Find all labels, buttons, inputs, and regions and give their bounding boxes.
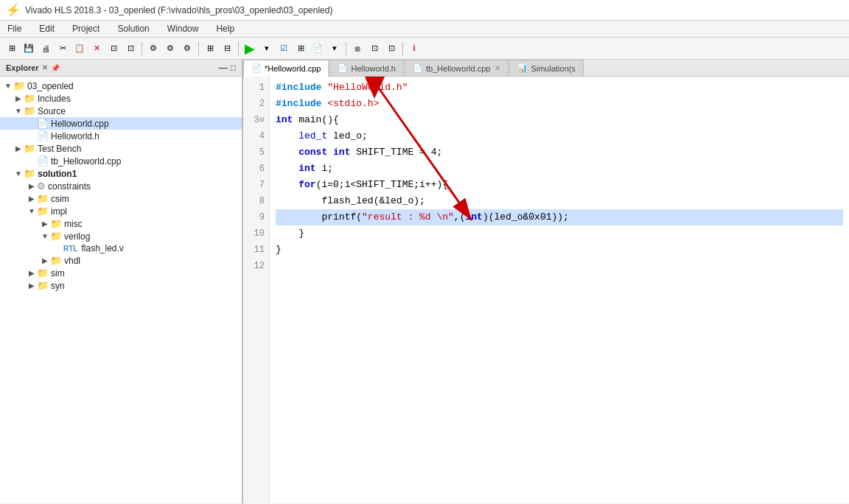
tree-label-flash-led-v: flash_led.v bbox=[81, 243, 123, 253]
code-line-9: printf("result : %d \n",(int)(led_o&0x01… bbox=[276, 209, 843, 225]
toolbar-btn-3[interactable]: 🖨 bbox=[38, 41, 53, 56]
toolbar-btn-doc[interactable]: 📄 bbox=[310, 41, 325, 56]
tab-helloworld-h[interactable]: 📄 Helloworld.h bbox=[329, 60, 404, 76]
tree-arrow-includes: ▶ bbox=[13, 94, 24, 102]
toolbar-btn-check[interactable]: ☑ bbox=[276, 41, 291, 56]
tree-label-impl: impl bbox=[51, 206, 67, 217]
tree-item-constraints[interactable]: ▶ ⚙ constraints bbox=[0, 180, 242, 192]
tree-item-testbench[interactable]: ▶ 📁 Test Bench bbox=[0, 142, 242, 155]
line-num-4: 4 bbox=[243, 128, 265, 144]
code-indent-6 bbox=[276, 161, 298, 177]
folder-icon-source: 📁 bbox=[24, 105, 35, 116]
code-led-o: led_o; bbox=[327, 128, 368, 144]
toolbar-btn-gear[interactable]: ⚙ bbox=[146, 41, 161, 56]
tree-item-flash-led-v[interactable]: RTL flash_led.v bbox=[0, 242, 242, 254]
code-indent-4 bbox=[276, 128, 298, 144]
tree-item-csim[interactable]: ▶ 📁 csim bbox=[0, 192, 242, 205]
menu-edit[interactable]: Edit bbox=[35, 22, 59, 35]
code-content[interactable]: #include "HelloWorld.h" #include <stdio.… bbox=[270, 77, 849, 503]
tree-item-solution1[interactable]: ▼ 📁 solution1 bbox=[0, 167, 242, 180]
run-dropdown[interactable]: ▾ bbox=[259, 41, 274, 56]
tab-close-tb-cpp[interactable]: ✕ bbox=[495, 64, 500, 72]
tree-item-helloworld-h[interactable]: 📄 Helloworld.h bbox=[0, 130, 242, 142]
menu-solution[interactable]: Solution bbox=[113, 22, 153, 35]
tree-item-sim[interactable]: ▶ 📁 sim bbox=[0, 267, 242, 279]
code-kw-ledt: led_t bbox=[298, 128, 327, 144]
tab-tb-cpp[interactable]: 📄 tb_Helloworld.cpp ✕ bbox=[405, 60, 509, 76]
tree-arrow-misc: ▶ bbox=[40, 220, 50, 228]
toolbar-btn-cut[interactable]: ✂ bbox=[55, 41, 70, 56]
code-for-body: (i=0;i<SHIFT_TIME;i++){ bbox=[316, 177, 448, 193]
toolbar-btn-12[interactable]: ⊡ bbox=[367, 41, 382, 56]
rtl-icon-flash-led-v: RTL bbox=[63, 245, 77, 253]
tree-item-tb-cpp[interactable]: 📄 tb_Helloworld.cpp bbox=[0, 155, 242, 167]
app-logo: ⚡ bbox=[6, 3, 21, 17]
toolbar-btn-10[interactable]: ⊞ bbox=[203, 41, 217, 56]
tree-item-impl[interactable]: ▼ 📁 impl bbox=[0, 205, 242, 217]
tree-label-testbench: Test Bench bbox=[38, 144, 81, 154]
code-close-main: } bbox=[276, 242, 282, 258]
editor-area: 📄 *Helloworld.cpp 📄 Helloworld.h 📄 tb_He… bbox=[243, 60, 849, 503]
tab-simulation[interactable]: 📊 Simulation(s bbox=[509, 60, 584, 76]
code-printf-args: ,( bbox=[454, 209, 466, 225]
app-title: Vivado HLS 2018.3 - 03_openled (F:\vivad… bbox=[25, 5, 332, 15]
line-num-5: 5 bbox=[243, 144, 265, 161]
menu-bar: File Edit Project Solution Window Help bbox=[0, 21, 849, 38]
explorer-pin-icon[interactable]: 📌 bbox=[51, 64, 60, 72]
toolbar-btn-11[interactable]: ⊟ bbox=[220, 41, 234, 56]
folder-icon-testbench: 📁 bbox=[24, 143, 35, 154]
line-num-3: 3⊖ bbox=[243, 112, 265, 128]
toolbar-btn-6[interactable]: ⊡ bbox=[106, 41, 121, 56]
tree-item-syn[interactable]: ▶ 📁 syn bbox=[0, 279, 242, 292]
toolbar-btn-8[interactable]: ⚙ bbox=[163, 41, 178, 56]
toolbar-btn-1[interactable]: ⊞ bbox=[4, 41, 19, 56]
menu-help[interactable]: Help bbox=[212, 22, 239, 35]
toolbar-btn-13[interactable]: ⊡ bbox=[384, 41, 399, 56]
menu-window[interactable]: Window bbox=[163, 22, 203, 35]
tab-icon-tb-cpp: 📄 bbox=[413, 63, 423, 73]
tree-arrow-solution1: ▼ bbox=[13, 169, 24, 178]
tree-item-helloworld-cpp[interactable]: 📄 Helloworld.cpp bbox=[0, 117, 242, 130]
toolbar-btn-7[interactable]: ⊡ bbox=[123, 41, 138, 56]
folder-icon-impl: 📁 bbox=[37, 206, 49, 217]
tree-item-vhdl[interactable]: ▶ 📁 vhdl bbox=[0, 254, 242, 267]
explorer-header: Explorer ✕ 📌 — □ bbox=[0, 60, 242, 77]
explorer-minimize-icon[interactable]: — bbox=[219, 63, 228, 73]
stop-button[interactable]: ■ bbox=[350, 41, 365, 56]
folder-icon-sim: 📁 bbox=[37, 267, 49, 279]
code-i: i; bbox=[316, 161, 333, 177]
toolbar-btn-copy[interactable]: 📋 bbox=[72, 41, 87, 56]
code-empty-12 bbox=[276, 258, 282, 274]
line-num-12: 12 bbox=[243, 258, 265, 274]
line-num-9: 9 bbox=[243, 209, 265, 225]
tree-item-verilog[interactable]: ▼ 📁 verilog bbox=[0, 230, 242, 242]
tree-item-misc[interactable]: ▶ 📁 misc bbox=[0, 217, 242, 230]
code-indent-5 bbox=[276, 144, 298, 161]
toolbar-btn-9[interactable]: ⚙ bbox=[180, 41, 195, 56]
menu-file[interactable]: File bbox=[3, 22, 26, 35]
folder-icon-includes: 📁 bbox=[24, 93, 35, 104]
toolbar-sep-2 bbox=[198, 42, 199, 55]
menu-project[interactable]: Project bbox=[68, 22, 104, 35]
toolbar-btn-delete[interactable]: ✕ bbox=[89, 41, 104, 56]
code-indent-7 bbox=[276, 177, 298, 193]
run-button[interactable]: ▶ bbox=[242, 41, 257, 56]
gear-icon-constraints: ⚙ bbox=[37, 181, 46, 192]
toolbar-btn-info[interactable]: ℹ bbox=[407, 41, 422, 56]
explorer-x-badge: ✕ bbox=[42, 64, 48, 71]
tree-arrow-testbench: ▶ bbox=[13, 144, 24, 153]
tree-arrow-source: ▼ bbox=[13, 107, 24, 115]
tree-item-root[interactable]: ▼ 📁 03_openled bbox=[0, 80, 242, 92]
toolbar-btn-grid[interactable]: ⊞ bbox=[293, 41, 308, 56]
toolbar-dropdown-2[interactable]: ▾ bbox=[327, 41, 342, 56]
code-line-4: led_t led_o; bbox=[276, 128, 843, 144]
code-editor[interactable]: 1 2 3⊖ 4 5 6 7 8 9 10 11 12 #include "He… bbox=[243, 77, 849, 503]
code-indent-10 bbox=[276, 225, 298, 242]
code-line-6: int i; bbox=[276, 161, 843, 177]
explorer-maximize-icon[interactable]: □ bbox=[231, 63, 236, 73]
tab-helloworld-cpp[interactable]: 📄 *Helloworld.cpp bbox=[243, 60, 329, 77]
tree-item-includes[interactable]: ▶ 📁 Includes bbox=[0, 92, 242, 105]
tree-item-source[interactable]: ▼ 📁 Source bbox=[0, 105, 242, 117]
toolbar-btn-save[interactable]: 💾 bbox=[21, 41, 36, 56]
tree-arrow-verilog: ▼ bbox=[40, 232, 50, 240]
